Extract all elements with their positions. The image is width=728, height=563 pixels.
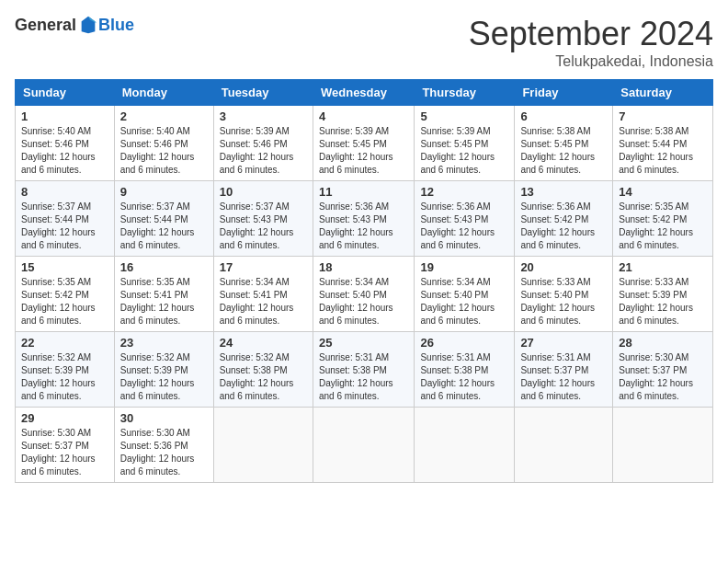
- cell-content: Sunrise: 5:36 AMSunset: 5:42 PMDaylight:…: [520, 201, 607, 252]
- column-header-thursday: Thursday: [415, 80, 515, 106]
- day-number: 23: [120, 336, 208, 350]
- calendar-cell: 6Sunrise: 5:38 AMSunset: 5:45 PMDaylight…: [515, 106, 613, 181]
- day-number: 11: [319, 185, 408, 199]
- calendar-cell: 28Sunrise: 5:30 AMSunset: 5:37 PMDayligh…: [613, 332, 713, 408]
- day-number: 6: [520, 109, 607, 123]
- page-header: General Blue September 2024 Telukpakedai…: [15, 15, 713, 70]
- cell-content: Sunrise: 5:35 AMSunset: 5:42 PMDaylight:…: [619, 201, 707, 252]
- cell-content: Sunrise: 5:40 AMSunset: 5:46 PMDaylight:…: [120, 125, 208, 177]
- calendar-cell: 21Sunrise: 5:33 AMSunset: 5:39 PMDayligh…: [613, 257, 713, 332]
- day-number: 18: [319, 260, 408, 274]
- calendar-cell: 29Sunrise: 5:30 AMSunset: 5:37 PMDayligh…: [16, 408, 115, 483]
- cell-content: Sunrise: 5:36 AMSunset: 5:43 PMDaylight:…: [420, 201, 508, 252]
- day-number: 14: [619, 185, 707, 199]
- calendar-cell: 27Sunrise: 5:31 AMSunset: 5:37 PMDayligh…: [515, 332, 613, 408]
- column-header-monday: Monday: [114, 80, 213, 106]
- cell-content: Sunrise: 5:34 AMSunset: 5:40 PMDaylight:…: [420, 276, 508, 327]
- column-header-sunday: Sunday: [16, 80, 115, 106]
- day-number: 15: [21, 260, 108, 274]
- cell-content: Sunrise: 5:38 AMSunset: 5:45 PMDaylight:…: [520, 125, 607, 177]
- cell-content: Sunrise: 5:35 AMSunset: 5:41 PMDaylight:…: [120, 276, 208, 327]
- cell-content: Sunrise: 5:39 AMSunset: 5:45 PMDaylight:…: [420, 125, 508, 177]
- cell-content: Sunrise: 5:35 AMSunset: 5:42 PMDaylight:…: [21, 276, 108, 327]
- calendar-cell: 1Sunrise: 5:40 AMSunset: 5:46 PMDaylight…: [16, 106, 115, 181]
- day-number: 7: [619, 109, 707, 123]
- cell-content: Sunrise: 5:31 AMSunset: 5:38 PMDaylight:…: [420, 351, 508, 403]
- day-number: 26: [420, 336, 508, 350]
- calendar-cell: 19Sunrise: 5:34 AMSunset: 5:40 PMDayligh…: [415, 257, 515, 332]
- calendar-cell: [313, 408, 414, 483]
- cell-content: Sunrise: 5:32 AMSunset: 5:39 PMDaylight:…: [120, 351, 208, 403]
- logo-icon: [78, 15, 98, 35]
- calendar-cell: 26Sunrise: 5:31 AMSunset: 5:38 PMDayligh…: [415, 332, 515, 408]
- calendar-cell: 5Sunrise: 5:39 AMSunset: 5:45 PMDaylight…: [415, 106, 515, 181]
- calendar-cell: 9Sunrise: 5:37 AMSunset: 5:44 PMDaylight…: [114, 181, 213, 257]
- day-number: 2: [120, 109, 208, 123]
- day-number: 13: [520, 185, 607, 199]
- calendar-cell: 12Sunrise: 5:36 AMSunset: 5:43 PMDayligh…: [415, 181, 515, 257]
- day-number: 22: [21, 336, 108, 350]
- calendar-cell: 15Sunrise: 5:35 AMSunset: 5:42 PMDayligh…: [16, 257, 115, 332]
- day-number: 20: [520, 260, 607, 274]
- calendar-cell: 7Sunrise: 5:38 AMSunset: 5:44 PMDaylight…: [613, 106, 713, 181]
- day-number: 29: [21, 411, 108, 425]
- day-number: 4: [319, 109, 408, 123]
- calendar-cell: 3Sunrise: 5:39 AMSunset: 5:46 PMDaylight…: [213, 106, 313, 181]
- calendar-cell: 22Sunrise: 5:32 AMSunset: 5:39 PMDayligh…: [16, 332, 115, 408]
- day-number: 10: [220, 185, 307, 199]
- calendar-table: SundayMondayTuesdayWednesdayThursdayFrid…: [15, 79, 713, 483]
- day-number: 27: [520, 336, 607, 350]
- day-number: 24: [220, 336, 307, 350]
- calendar-week-row: 15Sunrise: 5:35 AMSunset: 5:42 PMDayligh…: [16, 257, 713, 332]
- day-number: 3: [220, 109, 307, 123]
- day-number: 9: [120, 185, 208, 199]
- calendar-cell: 18Sunrise: 5:34 AMSunset: 5:40 PMDayligh…: [313, 257, 414, 332]
- calendar-cell: 13Sunrise: 5:36 AMSunset: 5:42 PMDayligh…: [515, 181, 613, 257]
- cell-content: Sunrise: 5:37 AMSunset: 5:44 PMDaylight:…: [120, 201, 208, 252]
- cell-content: Sunrise: 5:39 AMSunset: 5:46 PMDaylight:…: [220, 125, 307, 177]
- calendar-cell: [515, 408, 613, 483]
- calendar-cell: 25Sunrise: 5:31 AMSunset: 5:38 PMDayligh…: [313, 332, 414, 408]
- cell-content: Sunrise: 5:34 AMSunset: 5:41 PMDaylight:…: [220, 276, 307, 327]
- cell-content: Sunrise: 5:30 AMSunset: 5:37 PMDaylight:…: [619, 351, 707, 403]
- day-number: 25: [319, 336, 408, 350]
- calendar-cell: [213, 408, 313, 483]
- location-title: Telukpakedai, Indonesia: [469, 53, 713, 70]
- calendar-week-row: 29Sunrise: 5:30 AMSunset: 5:37 PMDayligh…: [16, 408, 713, 483]
- title-section: September 2024 Telukpakedai, Indonesia: [469, 15, 713, 70]
- calendar-cell: 20Sunrise: 5:33 AMSunset: 5:40 PMDayligh…: [515, 257, 613, 332]
- cell-content: Sunrise: 5:37 AMSunset: 5:44 PMDaylight:…: [21, 201, 108, 252]
- calendar-cell: 24Sunrise: 5:32 AMSunset: 5:38 PMDayligh…: [213, 332, 313, 408]
- day-number: 17: [220, 260, 307, 274]
- cell-content: Sunrise: 5:31 AMSunset: 5:37 PMDaylight:…: [520, 351, 607, 403]
- calendar-week-row: 8Sunrise: 5:37 AMSunset: 5:44 PMDaylight…: [16, 181, 713, 257]
- cell-content: Sunrise: 5:37 AMSunset: 5:43 PMDaylight:…: [220, 201, 307, 252]
- calendar-cell: 17Sunrise: 5:34 AMSunset: 5:41 PMDayligh…: [213, 257, 313, 332]
- calendar-cell: 4Sunrise: 5:39 AMSunset: 5:45 PMDaylight…: [313, 106, 414, 181]
- day-number: 12: [420, 185, 508, 199]
- cell-content: Sunrise: 5:33 AMSunset: 5:40 PMDaylight:…: [520, 276, 607, 327]
- cell-content: Sunrise: 5:30 AMSunset: 5:37 PMDaylight:…: [21, 427, 108, 478]
- calendar-cell: [613, 408, 713, 483]
- day-number: 1: [21, 109, 108, 123]
- column-header-wednesday: Wednesday: [313, 80, 414, 106]
- cell-content: Sunrise: 5:36 AMSunset: 5:43 PMDaylight:…: [319, 201, 408, 252]
- logo-general-text: General: [15, 16, 76, 35]
- calendar-cell: [415, 408, 515, 483]
- calendar-cell: 30Sunrise: 5:30 AMSunset: 5:36 PMDayligh…: [114, 408, 213, 483]
- calendar-cell: 8Sunrise: 5:37 AMSunset: 5:44 PMDaylight…: [16, 181, 115, 257]
- day-number: 30: [120, 411, 208, 425]
- cell-content: Sunrise: 5:32 AMSunset: 5:39 PMDaylight:…: [21, 351, 108, 403]
- calendar-cell: 16Sunrise: 5:35 AMSunset: 5:41 PMDayligh…: [114, 257, 213, 332]
- calendar-cell: 14Sunrise: 5:35 AMSunset: 5:42 PMDayligh…: [613, 181, 713, 257]
- day-number: 19: [420, 260, 508, 274]
- day-number: 8: [21, 185, 108, 199]
- logo-blue-text: Blue: [98, 16, 134, 35]
- day-number: 21: [619, 260, 707, 274]
- logo: General Blue: [15, 15, 134, 35]
- calendar-cell: 23Sunrise: 5:32 AMSunset: 5:39 PMDayligh…: [114, 332, 213, 408]
- column-header-saturday: Saturday: [613, 80, 713, 106]
- cell-content: Sunrise: 5:33 AMSunset: 5:39 PMDaylight:…: [619, 276, 707, 327]
- cell-content: Sunrise: 5:34 AMSunset: 5:40 PMDaylight:…: [319, 276, 408, 327]
- column-header-friday: Friday: [515, 80, 613, 106]
